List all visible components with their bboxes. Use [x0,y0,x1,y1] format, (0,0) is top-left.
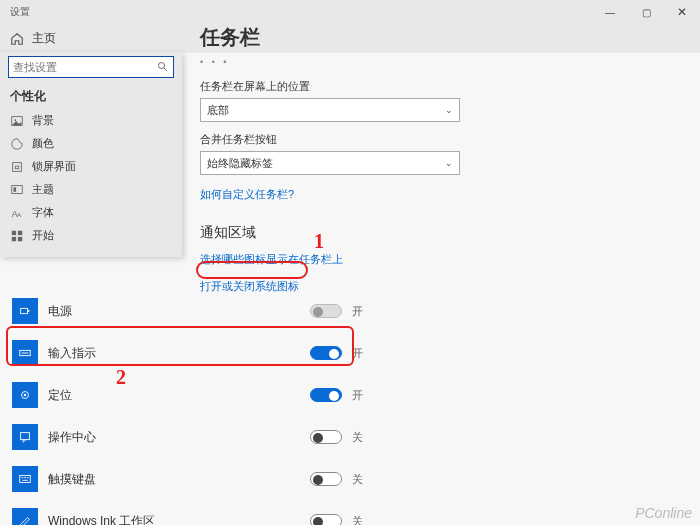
sidebar-item-label: 颜色 [32,136,54,151]
location-icon [12,382,38,408]
svg-rect-11 [18,230,22,234]
sidebar-item-label: 开始 [32,228,54,243]
svg-rect-10 [12,230,16,234]
maximize-button[interactable]: ▢ [628,0,664,24]
toggle-state: 开 [352,304,368,319]
sidebar-item-label: 背景 [32,113,54,128]
toggle-touchkb[interactable] [310,472,342,486]
power-icon [12,298,38,324]
svg-rect-6 [12,185,23,193]
toggle-label: 电源 [48,303,300,320]
toggle-state: 开 [352,346,368,361]
list-item-power: 电源 开 [10,290,370,332]
toggle-ink[interactable] [310,514,342,525]
sidebar-item-lockscreen[interactable]: 锁屏界面 [8,155,174,178]
sidebar-item-background[interactable]: 背景 [8,109,174,132]
system-icons-list: 电源 开 输入指示 开 定位 开 操作中心 关 触摸键盘 关 [10,290,370,525]
svg-rect-25 [22,480,27,481]
svg-rect-15 [28,310,30,312]
list-item-action: 操作中心 关 [10,416,370,458]
svg-rect-24 [27,477,29,478]
toggle-label: Windows Ink 工作区 [48,513,300,526]
toggle-state: 关 [352,514,368,526]
list-item-input: 输入指示 开 [10,332,370,374]
settings-window: 设置 — ▢ ✕ 主页 个性化 背景 颜色 锁屏界面 [0,0,700,525]
toggle-location[interactable] [310,388,342,402]
toggle-label: 触摸键盘 [48,471,300,488]
svg-rect-5 [15,166,19,169]
svg-text:A: A [17,210,22,217]
sidebar-item-fonts[interactable]: AA 字体 [8,201,174,224]
home-label: 主页 [32,30,56,47]
image-icon [10,114,24,128]
close-button[interactable]: ✕ [664,0,700,24]
svg-point-3 [14,119,16,121]
combine-label: 合并任务栏按钮 [200,132,680,147]
chevron-down-icon: ⌄ [445,105,453,115]
sidebar-item-start[interactable]: 开始 [8,224,174,247]
search-icon [157,61,169,73]
ink-icon [12,508,38,525]
start-icon [10,229,24,243]
customize-link[interactable]: 如何自定义任务栏? [200,187,680,202]
svg-point-0 [159,63,165,69]
sidebar-category: 个性化 [10,88,174,105]
keyboard-icon [12,340,38,366]
theme-icon [10,183,24,197]
notification-header: 通知区域 [200,224,680,242]
svg-rect-13 [18,236,22,240]
palette-icon [10,137,24,151]
search-input[interactable] [13,61,157,73]
sidebar: 个性化 背景 颜色 锁屏界面 主题 AA 字体 开始 [0,52,182,257]
sidebar-item-label: 锁屏界面 [32,159,76,174]
svg-rect-23 [24,477,26,478]
combine-value: 始终隐藏标签 [207,156,273,171]
svg-rect-7 [14,187,17,191]
titlebar: 设置 — ▢ ✕ [0,0,700,24]
content-area: 任务栏 • • • 任务栏在屏幕上的位置 底部 ⌄ 合并任务栏按钮 始终隐藏标签… [200,24,700,294]
toggle-label: 操作中心 [48,429,300,446]
action-center-icon [12,424,38,450]
list-item-location: 定位 开 [10,374,370,416]
svg-point-19 [24,394,27,397]
position-select[interactable]: 底部 ⌄ [200,98,460,122]
toggle-label: 输入指示 [48,345,300,362]
sidebar-item-label: 字体 [32,205,54,220]
svg-rect-21 [20,476,31,483]
toggle-state: 关 [352,430,368,445]
position-label: 任务栏在屏幕上的位置 [200,79,680,94]
toggle-state: 开 [352,388,368,403]
svg-rect-12 [12,236,16,240]
toggle-power [310,304,342,318]
svg-rect-20 [21,433,30,440]
list-item-ink: Windows Ink 工作区 关 [10,500,370,525]
sidebar-item-colors[interactable]: 颜色 [8,132,174,155]
search-box[interactable] [8,56,174,78]
toggle-label: 定位 [48,387,300,404]
touch-keyboard-icon [12,466,38,492]
chevron-down-icon: ⌄ [445,158,453,168]
list-item-touchkb: 触摸键盘 关 [10,458,370,500]
minimize-button[interactable]: — [592,0,628,24]
svg-rect-14 [21,308,28,313]
watermark: PConline [635,505,692,521]
toggle-state: 关 [352,472,368,487]
dots: • • • [200,57,680,67]
position-value: 底部 [207,103,229,118]
toggle-input[interactable] [310,346,342,360]
home-icon [10,32,24,46]
window-title: 设置 [10,5,30,19]
svg-line-1 [164,68,167,71]
combine-select[interactable]: 始终隐藏标签 ⌄ [200,151,460,175]
svg-rect-4 [13,162,22,171]
select-icons-link[interactable]: 选择哪些图标显示在任务栏上 [200,252,680,267]
lock-icon [10,160,24,174]
font-icon: AA [10,206,24,220]
page-title: 任务栏 [200,24,680,51]
svg-rect-22 [22,477,24,478]
sidebar-item-label: 主题 [32,182,54,197]
toggle-action[interactable] [310,430,342,444]
sidebar-item-themes[interactable]: 主题 [8,178,174,201]
